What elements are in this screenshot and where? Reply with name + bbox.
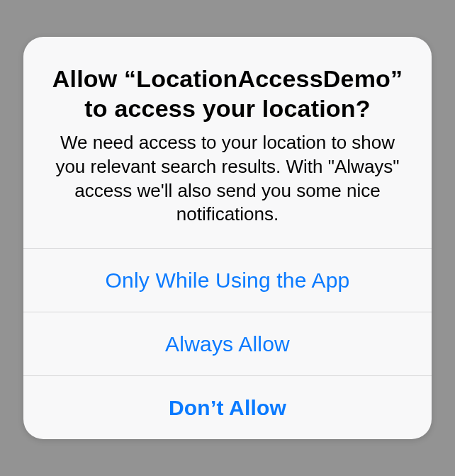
alert-actions: Only While Using the App Always Allow Do… (23, 248, 432, 439)
alert-content: Allow “LocationAccessDemo” to access you… (23, 37, 432, 248)
only-while-using-button[interactable]: Only While Using the App (23, 248, 432, 312)
dont-allow-button[interactable]: Don’t Allow (23, 375, 432, 439)
alert-message: We need access to your location to show … (45, 131, 410, 227)
alert-title: Allow “LocationAccessDemo” to access you… (45, 64, 410, 124)
always-allow-button[interactable]: Always Allow (23, 312, 432, 375)
permission-alert: Allow “LocationAccessDemo” to access you… (23, 37, 432, 439)
